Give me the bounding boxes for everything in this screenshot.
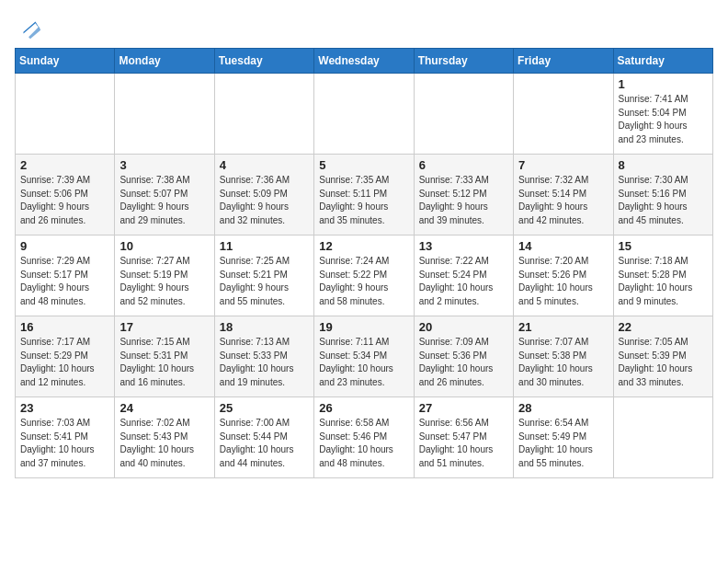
day-number: 12 bbox=[319, 239, 408, 253]
day-info: Sunrise: 7:39 AM Sunset: 5:06 PM Dayligh… bbox=[20, 174, 109, 227]
day-info: Sunrise: 7:27 AM Sunset: 5:19 PM Dayligh… bbox=[119, 255, 209, 308]
day-number: 17 bbox=[119, 320, 209, 334]
day-info: Sunrise: 7:05 AM Sunset: 5:39 PM Dayligh… bbox=[619, 336, 708, 389]
day-number: 6 bbox=[419, 158, 508, 172]
day-info: Sunrise: 7:30 AM Sunset: 5:16 PM Dayligh… bbox=[619, 174, 708, 227]
weekday-header-friday: Friday bbox=[514, 49, 613, 74]
calendar-table: SundayMondayTuesdayWednesdayThursdayFrid… bbox=[15, 48, 713, 478]
calendar-cell: 19Sunrise: 7:11 AM Sunset: 5:34 PM Dayli… bbox=[314, 316, 414, 397]
calendar-cell: 3Sunrise: 7:38 AM Sunset: 5:07 PM Daylig… bbox=[115, 155, 214, 236]
weekday-header-tuesday: Tuesday bbox=[214, 49, 313, 74]
day-info: Sunrise: 7:02 AM Sunset: 5:43 PM Dayligh… bbox=[119, 417, 209, 470]
day-number: 24 bbox=[119, 401, 209, 415]
calendar-cell bbox=[314, 74, 414, 155]
calendar-cell: 5Sunrise: 7:35 AM Sunset: 5:11 PM Daylig… bbox=[314, 155, 414, 236]
day-number: 11 bbox=[220, 239, 309, 253]
day-info: Sunrise: 6:54 AM Sunset: 5:49 PM Dayligh… bbox=[518, 417, 608, 470]
day-info: Sunrise: 6:58 AM Sunset: 5:46 PM Dayligh… bbox=[319, 417, 408, 470]
day-info: Sunrise: 7:22 AM Sunset: 5:24 PM Dayligh… bbox=[419, 255, 508, 308]
day-info: Sunrise: 7:20 AM Sunset: 5:26 PM Dayligh… bbox=[518, 255, 608, 308]
day-number: 5 bbox=[319, 158, 408, 172]
day-info: Sunrise: 7:32 AM Sunset: 5:14 PM Dayligh… bbox=[518, 174, 608, 227]
day-number: 28 bbox=[518, 401, 608, 415]
day-number: 21 bbox=[518, 320, 608, 334]
calendar-cell: 9Sunrise: 7:29 AM Sunset: 5:17 PM Daylig… bbox=[16, 236, 115, 316]
day-info: Sunrise: 7:36 AM Sunset: 5:09 PM Dayligh… bbox=[220, 174, 309, 227]
calendar-cell: 7Sunrise: 7:32 AM Sunset: 5:14 PM Daylig… bbox=[514, 155, 613, 236]
day-number: 20 bbox=[419, 320, 508, 334]
calendar-cell: 14Sunrise: 7:20 AM Sunset: 5:26 PM Dayli… bbox=[514, 236, 613, 316]
weekday-header-monday: Monday bbox=[115, 49, 214, 74]
day-info: Sunrise: 6:56 AM Sunset: 5:47 PM Dayligh… bbox=[419, 417, 508, 470]
calendar-cell: 16Sunrise: 7:17 AM Sunset: 5:29 PM Dayli… bbox=[16, 316, 115, 397]
weekday-header-thursday: Thursday bbox=[414, 49, 513, 74]
calendar-cell: 13Sunrise: 7:22 AM Sunset: 5:24 PM Dayli… bbox=[414, 236, 513, 316]
day-number: 19 bbox=[319, 320, 408, 334]
logo bbox=[15, 15, 42, 40]
day-number: 10 bbox=[119, 239, 209, 253]
day-number: 25 bbox=[220, 401, 309, 415]
day-info: Sunrise: 7:15 AM Sunset: 5:31 PM Dayligh… bbox=[119, 336, 209, 389]
calendar-cell: 10Sunrise: 7:27 AM Sunset: 5:19 PM Dayli… bbox=[115, 236, 214, 316]
calendar-cell: 28Sunrise: 6:54 AM Sunset: 5:49 PM Dayli… bbox=[514, 397, 613, 478]
weekday-header-wednesday: Wednesday bbox=[314, 49, 414, 74]
day-number: 2 bbox=[20, 158, 109, 172]
calendar-cell: 26Sunrise: 6:58 AM Sunset: 5:46 PM Dayli… bbox=[314, 397, 414, 478]
calendar-cell: 23Sunrise: 7:03 AM Sunset: 5:41 PM Dayli… bbox=[16, 397, 115, 478]
svg-marker-1 bbox=[28, 27, 40, 39]
day-number: 9 bbox=[20, 239, 109, 253]
day-number: 15 bbox=[619, 239, 708, 253]
day-number: 14 bbox=[518, 239, 608, 253]
day-number: 4 bbox=[220, 158, 309, 172]
day-number: 7 bbox=[518, 158, 608, 172]
weekday-header-sunday: Sunday bbox=[16, 49, 115, 74]
day-info: Sunrise: 7:25 AM Sunset: 5:21 PM Dayligh… bbox=[220, 255, 309, 308]
calendar-cell: 8Sunrise: 7:30 AM Sunset: 5:16 PM Daylig… bbox=[613, 155, 712, 236]
calendar-cell: 11Sunrise: 7:25 AM Sunset: 5:21 PM Dayli… bbox=[214, 236, 313, 316]
day-info: Sunrise: 7:33 AM Sunset: 5:12 PM Dayligh… bbox=[419, 174, 508, 227]
calendar-cell bbox=[514, 74, 613, 155]
calendar-cell bbox=[214, 74, 313, 155]
calendar-cell: 2Sunrise: 7:39 AM Sunset: 5:06 PM Daylig… bbox=[16, 155, 115, 236]
calendar-cell: 6Sunrise: 7:33 AM Sunset: 5:12 PM Daylig… bbox=[414, 155, 513, 236]
day-number: 26 bbox=[319, 401, 408, 415]
day-info: Sunrise: 7:35 AM Sunset: 5:11 PM Dayligh… bbox=[319, 174, 408, 227]
calendar-week-row: 1Sunrise: 7:41 AM Sunset: 5:04 PM Daylig… bbox=[16, 74, 713, 155]
day-number: 8 bbox=[619, 158, 708, 172]
calendar-cell: 25Sunrise: 7:00 AM Sunset: 5:44 PM Dayli… bbox=[214, 397, 313, 478]
calendar-cell: 1Sunrise: 7:41 AM Sunset: 5:04 PM Daylig… bbox=[613, 74, 712, 155]
day-number: 23 bbox=[20, 401, 109, 415]
weekday-header-saturday: Saturday bbox=[613, 49, 712, 74]
day-info: Sunrise: 7:41 AM Sunset: 5:04 PM Dayligh… bbox=[619, 93, 708, 146]
calendar-week-row: 2Sunrise: 7:39 AM Sunset: 5:06 PM Daylig… bbox=[16, 155, 713, 236]
calendar-cell bbox=[414, 74, 513, 155]
day-info: Sunrise: 7:09 AM Sunset: 5:36 PM Dayligh… bbox=[419, 336, 508, 389]
calendar-cell bbox=[16, 74, 115, 155]
calendar-cell: 22Sunrise: 7:05 AM Sunset: 5:39 PM Dayli… bbox=[613, 316, 712, 397]
day-info: Sunrise: 7:29 AM Sunset: 5:17 PM Dayligh… bbox=[20, 255, 109, 308]
calendar-cell: 18Sunrise: 7:13 AM Sunset: 5:33 PM Dayli… bbox=[214, 316, 313, 397]
day-number: 18 bbox=[220, 320, 309, 334]
calendar-cell: 15Sunrise: 7:18 AM Sunset: 5:28 PM Dayli… bbox=[613, 236, 712, 316]
day-info: Sunrise: 7:03 AM Sunset: 5:41 PM Dayligh… bbox=[20, 417, 109, 470]
calendar-cell bbox=[613, 397, 712, 478]
day-info: Sunrise: 7:17 AM Sunset: 5:29 PM Dayligh… bbox=[20, 336, 109, 389]
calendar-week-row: 23Sunrise: 7:03 AM Sunset: 5:41 PM Dayli… bbox=[16, 397, 713, 478]
day-number: 27 bbox=[419, 401, 508, 415]
day-number: 3 bbox=[119, 158, 209, 172]
calendar-cell: 24Sunrise: 7:02 AM Sunset: 5:43 PM Dayli… bbox=[115, 397, 214, 478]
day-info: Sunrise: 7:13 AM Sunset: 5:33 PM Dayligh… bbox=[220, 336, 309, 389]
day-info: Sunrise: 7:07 AM Sunset: 5:38 PM Dayligh… bbox=[518, 336, 608, 389]
day-info: Sunrise: 7:18 AM Sunset: 5:28 PM Dayligh… bbox=[619, 255, 708, 308]
day-info: Sunrise: 7:00 AM Sunset: 5:44 PM Dayligh… bbox=[220, 417, 309, 470]
day-info: Sunrise: 7:38 AM Sunset: 5:07 PM Dayligh… bbox=[119, 174, 209, 227]
logo-icon bbox=[17, 15, 42, 40]
calendar-cell: 27Sunrise: 6:56 AM Sunset: 5:47 PM Dayli… bbox=[414, 397, 513, 478]
calendar-cell: 12Sunrise: 7:24 AM Sunset: 5:22 PM Dayli… bbox=[314, 236, 414, 316]
calendar-cell: 21Sunrise: 7:07 AM Sunset: 5:38 PM Dayli… bbox=[514, 316, 613, 397]
calendar-cell: 17Sunrise: 7:15 AM Sunset: 5:31 PM Dayli… bbox=[115, 316, 214, 397]
calendar-cell bbox=[115, 74, 214, 155]
day-number: 22 bbox=[619, 320, 708, 334]
weekday-header-row: SundayMondayTuesdayWednesdayThursdayFrid… bbox=[16, 49, 713, 74]
calendar-cell: 4Sunrise: 7:36 AM Sunset: 5:09 PM Daylig… bbox=[214, 155, 313, 236]
